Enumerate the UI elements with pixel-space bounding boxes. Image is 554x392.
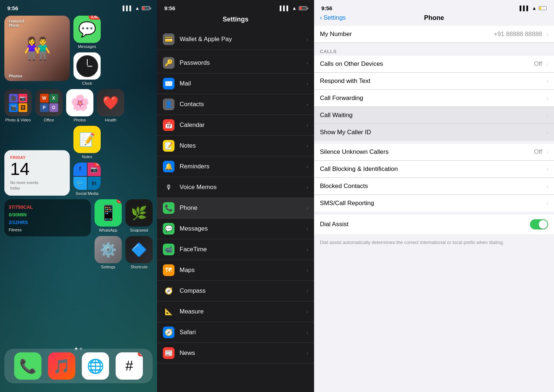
health-glyph: ❤️	[103, 95, 119, 111]
music-dock-img: 🎵	[48, 352, 75, 380]
photos-app-icon[interactable]: 🌸 Photos	[66, 89, 93, 122]
phone-settings-icon: 📞	[163, 202, 174, 214]
contacts-icon: 👤	[163, 99, 174, 110]
compass-label: Compass	[180, 287, 301, 295]
settings-item-contacts[interactable]: 👤 Contacts ›	[157, 94, 314, 115]
blocked-contacts-item[interactable]: Blocked Contacts ›	[314, 178, 554, 195]
wifi-icon: ▲	[135, 5, 140, 11]
slack-dock-icon[interactable]: # 1	[116, 352, 143, 380]
call-forwarding-item[interactable]: Call Forwarding ›	[314, 90, 554, 107]
maps-chevron: ›	[306, 267, 308, 273]
dial-assist-section: Dial Assist	[314, 215, 554, 234]
phone-chevron: ›	[306, 205, 308, 211]
pv-cell-1: 🎥	[9, 94, 18, 103]
snapseed-label: Snapseed	[130, 228, 148, 232]
social-icon[interactable]: f 📷 🐦 in 10 Social Media	[73, 163, 101, 196]
music-dock-glyph: 🎵	[53, 358, 70, 374]
my-number-value: +91 88888 88888	[494, 31, 542, 38]
messages-glyph: 💬	[78, 21, 96, 38]
dial-assist-item[interactable]: Dial Assist	[314, 215, 554, 234]
show-caller-id-item[interactable]: Show My Caller ID ›	[314, 124, 554, 141]
dial-assist-toggle[interactable]	[530, 219, 548, 229]
office-img: W X P O	[35, 89, 63, 116]
settings-item-compass[interactable]: 🧭 Compass ›	[157, 281, 314, 301]
blocked-contacts-chevron: ›	[546, 183, 548, 189]
dock: 📞 🎵 🌐 # 1	[4, 349, 153, 383]
fitness-label: Fitness	[9, 228, 87, 232]
notes-label: Notes	[82, 155, 92, 159]
settings-item-mail[interactable]: ✉️ Mail ›	[157, 73, 314, 94]
blocking-section: Silence Unknown Callers Off › Call Block…	[314, 144, 554, 212]
slack-dock-glyph: #	[125, 358, 133, 374]
call-blocking-item[interactable]: Call Blocking & Identification ›	[314, 161, 554, 178]
snapseed-icon[interactable]: 🌿 Snapseed	[125, 199, 153, 232]
photos-widget[interactable]: 👫 FeaturedPhoto Photos	[4, 16, 70, 81]
maps-label: Maps	[180, 267, 301, 274]
voicememos-label: Voice Memos	[180, 184, 301, 191]
respond-text-item[interactable]: Respond with Text ›	[314, 73, 554, 90]
settings-item-phone[interactable]: 📞 Phone ›	[157, 198, 314, 219]
back-label: Settings	[324, 14, 346, 21]
settings-item-passwords[interactable]: 🔑 Passwords ›	[157, 53, 314, 73]
call-waiting-item[interactable]: Call Waiting ›	[314, 107, 554, 124]
phone-dock-icon[interactable]: 📞	[14, 352, 41, 380]
health-icon[interactable]: ❤️ Health	[97, 89, 124, 122]
settings-item-notes[interactable]: 📝 Notes ›	[157, 136, 314, 156]
settings-item-measure[interactable]: 📐 Measure ›	[157, 301, 314, 322]
photo-video-icon[interactable]: 🎥 📷 🎬 🖼 Photo & Video	[4, 89, 32, 122]
notes-settings-label: Notes	[180, 142, 301, 149]
sms-reporting-chevron: ›	[546, 200, 548, 206]
settings-item-messages[interactable]: 💬 Messages ›	[157, 219, 314, 239]
clock-icon[interactable]: Clock	[73, 52, 101, 85]
settings-title: Settings	[157, 13, 314, 29]
office-icon[interactable]: W X P O Office	[35, 89, 63, 122]
silence-unknown-value: Off	[534, 148, 542, 156]
facebook-cell: f	[73, 163, 87, 176]
compass-icon: 🧭	[163, 285, 174, 297]
show-caller-id-label: Show My Caller ID	[320, 129, 542, 136]
my-number-chevron: ›	[546, 31, 548, 37]
photos-widget-label: Photos	[9, 74, 22, 78]
settings-item-facetime[interactable]: 📹 FaceTime ›	[157, 239, 314, 260]
compass-chevron: ›	[306, 288, 308, 294]
calls-other-devices-item[interactable]: Calls on Other Devices Off ›	[314, 56, 554, 73]
silence-unknown-label: Silence Unknown Callers	[320, 148, 530, 156]
music-dock-icon[interactable]: 🎵	[48, 352, 75, 380]
settings-item-news[interactable]: 📰 News ›	[157, 343, 314, 364]
fitness-widget[interactable]: 37/750CAL 0/30MIN 2/12HRS Fitness	[4, 199, 91, 236]
measure-label: Measure	[180, 308, 301, 315]
health-img: ❤️	[97, 89, 124, 116]
shortcuts-label: Shortcuts	[131, 265, 147, 269]
whatsapp-label: WhatsApp	[99, 228, 117, 232]
notes-icon[interactable]: 📝 Notes	[73, 126, 101, 159]
back-button[interactable]: ‹ Settings	[320, 14, 346, 21]
sms-reporting-item[interactable]: SMS/Call Reporting ›	[314, 195, 554, 212]
office-excel: X	[49, 94, 58, 103]
silence-unknown-item[interactable]: Silence Unknown Callers Off ›	[314, 144, 554, 161]
my-number-item[interactable]: My Number +91 88888 88888 ›	[314, 26, 554, 43]
settings-item-calendar[interactable]: 📅 Calendar ›	[157, 115, 314, 136]
signal-icon-phone: ▌▌▌	[519, 5, 530, 11]
slack-dock-img: # 1	[116, 352, 143, 380]
toggle-knob	[539, 220, 547, 229]
measure-icon: 📐	[163, 306, 174, 317]
my-number-label: My Number	[320, 31, 489, 38]
settings-item-reminders[interactable]: 🔔 Reminders ›	[157, 156, 314, 177]
time-settings: 9:56	[164, 5, 175, 11]
settings-home-icon[interactable]: ⚙️ Settings	[95, 236, 122, 269]
settings-item-safari[interactable]: 🧭 Safari ›	[157, 322, 314, 343]
featured-label: FeaturedPhoto	[9, 19, 24, 28]
photos-app-label: Photos	[73, 118, 86, 122]
calendar-widget[interactable]: FRIDAY 14 No more eventstoday	[4, 150, 70, 196]
whatsapp-icon[interactable]: 📱 1 WhatsApp	[95, 199, 122, 232]
settings-item-wallet[interactable]: 💳 Wallet & Apple Pay ›	[157, 29, 314, 50]
shortcuts-icon[interactable]: 🔷 Shortcuts	[125, 236, 153, 269]
settings-item-maps[interactable]: 🗺 Maps ›	[157, 260, 314, 281]
battery-icon-settings	[299, 6, 307, 10]
messages-icon[interactable]: 💬 3,407 Messages	[73, 16, 101, 49]
home-row-4: 37/750CAL 0/30MIN 2/12HRS Fitness 📱 1 Wh…	[4, 199, 153, 269]
settings-item-voicememos[interactable]: 🎙 Voice Memos ›	[157, 177, 314, 198]
sms-reporting-label: SMS/Call Reporting	[320, 200, 542, 207]
chrome-dock-icon[interactable]: 🌐	[82, 352, 109, 380]
status-icons-home: ▌▌▌ ▲	[123, 5, 150, 11]
